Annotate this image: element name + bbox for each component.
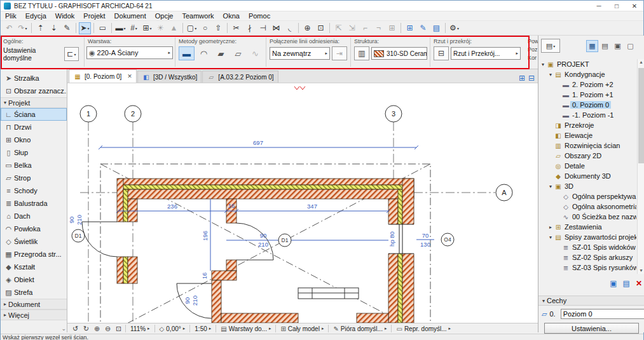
toolbox-section-design[interactable]: ▾Projekt (1, 97, 67, 108)
tree-item-3d[interactable]: ▾▣3D (540, 181, 636, 191)
straight-wall-button[interactable]: ▬ (179, 46, 195, 60)
tree-item-1-poziom-1[interactable]: ▬1. Poziom +1 (540, 90, 636, 100)
toolbox-item-curtain-wall[interactable]: ▦Przegroda str... (1, 248, 67, 261)
marquee-tool-button[interactable]: ▭ (97, 22, 109, 34)
layer-combo[interactable]: ◉ 220-A Ściany ▸ (86, 46, 173, 59)
toolbox-item-zone[interactable]: ▨Strefa (1, 286, 67, 299)
scrollbar-thumb[interactable] (638, 68, 644, 163)
layout-grid-button[interactable]: ⊞ (386, 22, 398, 34)
snap-grid-button[interactable]: ⊞▾ (141, 22, 153, 34)
tree-item-zestawienia[interactable]: ▸⊞Zestawienia (540, 222, 636, 232)
scroll-down-icon[interactable]: ▾ (638, 268, 644, 273)
settings-dropdown-button[interactable]: ⚙▾ (448, 22, 460, 34)
settings-button[interactable]: Ustawienia... (544, 323, 639, 334)
tree-item-obszary-2d[interactable]: ▱Obszary 2D (540, 151, 636, 161)
tree-item-przekroje[interactable]: ◨Przekroje (540, 120, 636, 130)
zoom-in-button[interactable]: ⊕ (92, 325, 102, 333)
close-tab-icon[interactable]: ✕ (127, 73, 132, 79)
fit-height-button[interactable]: ⇲ (346, 22, 358, 34)
spline-wall-button[interactable]: ∿ (247, 46, 263, 60)
toolbox-item-beam[interactable]: ▭Belka (1, 159, 67, 172)
adjust-button[interactable]: ⊣ (257, 22, 269, 34)
expander-icon[interactable]: ▾ (540, 62, 546, 67)
fit-in-window-button[interactable]: ⊡ (113, 325, 124, 333)
tree-item-rozwinięcia-ścian[interactable]: ▥Rozwinięcia ścian (540, 140, 636, 151)
pan-right-button[interactable]: ¬ (373, 22, 385, 34)
clone-folder-icon[interactable]: ▣ (610, 279, 617, 288)
delete-icon[interactable]: ✕ (636, 279, 642, 288)
expander-icon[interactable]: ▾ (547, 184, 554, 189)
expander-icon[interactable]: ▾ (547, 235, 554, 240)
publisher-button[interactable]: ▢ (624, 40, 636, 52)
polygon-wall-button[interactable]: ▱ (230, 46, 246, 60)
tab-a-03-2-2-poziom-0[interactable]: ▱[A.03.2.2 Poziom 0] (202, 71, 278, 83)
toolbox-item-window[interactable]: ⊞Okno (1, 133, 67, 146)
intersect-button[interactable]: ⋈ (270, 22, 282, 34)
orbit-button[interactable]: ↻ (81, 325, 92, 333)
tab-3d-wszystko[interactable]: ◧[3D / Wszystko] (137, 71, 202, 83)
tab-0-poziom-0[interactable]: ▦[0. Poziom 0]✕ (69, 69, 137, 83)
tree-item-0-poziom-0[interactable]: ▬0. Poziom 0 (540, 100, 636, 110)
layout-book-button[interactable]: ▣ (612, 40, 624, 52)
organize-views-icon[interactable]: ⊟ (528, 74, 535, 83)
toolbox-item-shell[interactable]: ◠Powłoka (1, 222, 67, 235)
project-map-button[interactable]: ▦ (586, 40, 598, 52)
tree-item-dokumenty-3d[interactable]: ◆Dokumenty 3D (540, 171, 636, 181)
pen-set-dropdown[interactable]: ✎Pióra domyśl...▸ (330, 325, 390, 332)
curved-wall-button[interactable]: ◠ (196, 46, 212, 60)
menu-dokument[interactable]: Dokument (110, 11, 151, 20)
close-button[interactable]: ✕ (626, 1, 643, 11)
sun-position-button[interactable]: ☀ (154, 22, 167, 34)
tree-item-sz-02-spis-arkuszy[interactable]: ≣SZ-02 Spis arkuszy (540, 252, 636, 262)
grid-display-button[interactable]: ⊞ (404, 22, 416, 34)
toolbox-item-marquee[interactable]: ⊡Obszar zaznacz... (1, 85, 67, 97)
toolbox-item-stair[interactable]: ≡Schody (1, 184, 67, 197)
tree-item-ogólna-perspektywa[interactable]: ◇Ogólna perspektywa (540, 191, 636, 201)
toolbox-item-object[interactable]: ◈Obiekt (1, 273, 67, 286)
toolbox-section-more[interactable]: ▸Więcej (1, 309, 67, 320)
tree-item-00-ścieżka-bez-nazwy[interactable]: ∿00 Ścieżka bez nazwy (540, 212, 636, 222)
fit-width-button[interactable]: ⇱ (332, 22, 345, 34)
zoom-out-button[interactable]: ⊖ (102, 325, 113, 333)
structure-combo[interactable]: 310-SD Cerami... (371, 47, 427, 60)
menu-teamwork[interactable]: Teamwork (177, 11, 218, 20)
scroll-up-icon[interactable]: ▴ (640, 59, 642, 65)
save-view-icon[interactable]: ▤ (623, 279, 630, 288)
guide-lines-button[interactable]: #▾ (128, 22, 140, 34)
toolbox-item-morph[interactable]: ◆Kształt (1, 261, 67, 273)
properties-header[interactable]: ▾ Cechy (538, 296, 644, 306)
tree-item-sz-03-spis-rysunków[interactable]: ≣SZ-03 Spis rysunków (540, 262, 636, 273)
tree-item-elewacje[interactable]: ◧Elewacje (540, 130, 636, 140)
rotation-angle-dropdown[interactable]: ◇0,00°▸ (156, 325, 189, 332)
scale-dropdown[interactable]: 1:50▸ (191, 325, 214, 332)
expander-icon[interactable]: ▸ (547, 224, 554, 230)
structure-display-dropdown[interactable]: ⊞Cały model▸ (277, 325, 327, 332)
toolbox-item-slab[interactable]: ▱Strop (1, 172, 67, 184)
arrow-tool-button[interactable]: ➤▾ (79, 22, 91, 34)
graphic-override-dropdown[interactable]: ▭Repr. domyśl...▸ (393, 325, 454, 332)
tree-item-1-poziom-1[interactable]: ▬-1. Poziom -1 (540, 110, 636, 120)
plansection-combo[interactable]: Rzut i Przekrój... ▸ (451, 47, 521, 60)
tree-item-ogólna-aksonometria[interactable]: ◇Ogólna aksonometria (540, 201, 636, 212)
expander-icon[interactable]: ▾ (547, 72, 554, 78)
trim-button[interactable]: ✂ (230, 22, 242, 34)
menu-okna[interactable]: Okna (219, 11, 244, 20)
tree-item-kondygnacje[interactable]: ▾▤Kondygnacje (540, 69, 636, 79)
redo-button[interactable]: ↷▾ (17, 22, 29, 34)
menu-projekt[interactable]: Projekt (79, 11, 109, 20)
frame-tool-button[interactable]: ▢▾ (186, 22, 198, 34)
split-button[interactable]: ∤ (243, 22, 256, 34)
zoom-level-dropdown[interactable]: 111%▸ (127, 325, 153, 332)
pop-up-navigator-icon[interactable]: ⊞ (519, 74, 525, 83)
menu-opcje[interactable]: Opcje (151, 11, 178, 20)
inject-parameters-button[interactable]: ⇣ (48, 22, 60, 34)
composite-structure-icon[interactable]: ▥ (354, 46, 369, 60)
layer-combination-dropdown[interactable]: ▤Warstwy do...▸ (217, 325, 274, 332)
elevate-button[interactable]: ⇧ (212, 22, 224, 34)
pan-left-button[interactable]: ⌐ (359, 22, 371, 34)
minimize-button[interactable]: ─ (590, 1, 608, 11)
undo-button[interactable]: ↶ (3, 22, 15, 34)
toolbox-item-wall[interactable]: ∟Ściana (1, 108, 67, 121)
toolbox-section-document[interactable]: ▸Dokument (1, 299, 67, 309)
menu-pomoc[interactable]: Pomoc (244, 11, 275, 20)
